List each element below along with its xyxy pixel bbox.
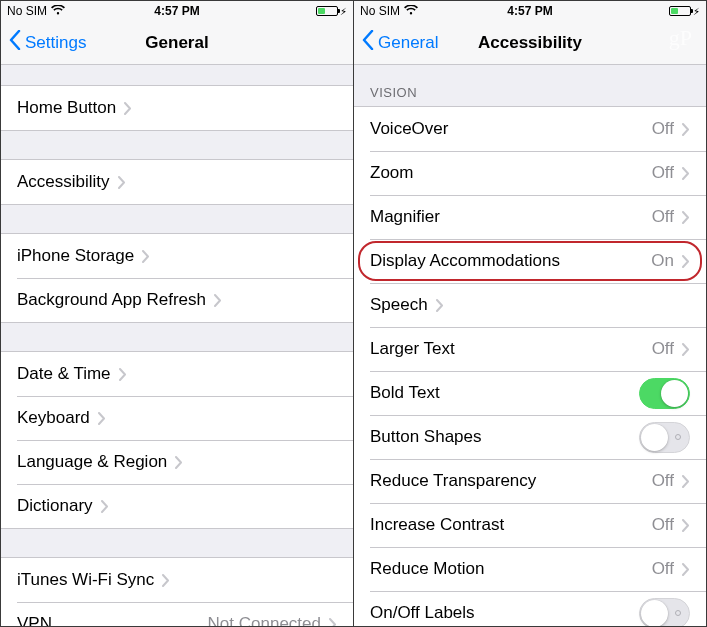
row-value: Off [652, 163, 674, 183]
section-gap [1, 205, 353, 233]
status-bar: No SIM 4:57 PM ⚡︎ [1, 1, 353, 21]
row-background-app-refresh[interactable]: Background App Refresh [1, 278, 353, 322]
chevron-right-icon [98, 412, 106, 425]
chevron-left-icon [362, 30, 378, 55]
chevron-right-icon [682, 343, 690, 356]
row-label: Language & Region [17, 452, 167, 472]
left-content: Home ButtonAccessibilityiPhone StorageBa… [1, 65, 353, 626]
row-itunes-wi-fi-sync[interactable]: iTunes Wi-Fi Sync [1, 558, 353, 602]
section-gap [1, 323, 353, 351]
toggle-off-indicator [675, 434, 681, 440]
row-value: Off [652, 119, 674, 139]
row-dictionary[interactable]: Dictionary [1, 484, 353, 528]
row-label: On/Off Labels [370, 603, 475, 623]
row-label: Background App Refresh [17, 290, 206, 310]
row-label: Magnifier [370, 207, 440, 227]
toggle-knob [641, 600, 668, 627]
chevron-right-icon [124, 102, 132, 115]
chevron-right-icon [142, 250, 150, 263]
section-header-vision: VISION [354, 65, 706, 106]
toggle-off-indicator [675, 610, 681, 616]
wifi-icon [404, 4, 418, 18]
row-value: On [651, 251, 674, 271]
row-language-region[interactable]: Language & Region [1, 440, 353, 484]
chevron-right-icon [329, 618, 337, 627]
toggle-bold-text[interactable] [639, 378, 690, 409]
row-value: Off [652, 559, 674, 579]
chevron-right-icon [682, 519, 690, 532]
settings-group: iTunes Wi-Fi SyncVPNNot Connected [1, 557, 353, 626]
row-accessibility[interactable]: Accessibility [1, 160, 353, 204]
row-voiceover[interactable]: VoiceOverOff [354, 107, 706, 151]
row-display-accommodations[interactable]: Display AccommodationsOn [354, 239, 706, 283]
chevron-right-icon [175, 456, 183, 469]
row-label: VoiceOver [370, 119, 448, 139]
toggle-button-shapes[interactable] [639, 422, 690, 453]
row-vpn[interactable]: VPNNot Connected [1, 602, 353, 626]
settings-group: iPhone StorageBackground App Refresh [1, 233, 353, 323]
row-label: Reduce Motion [370, 559, 484, 579]
row-bold-text[interactable]: Bold Text [354, 371, 706, 415]
settings-group: Accessibility [1, 159, 353, 205]
row-magnifier[interactable]: MagnifierOff [354, 195, 706, 239]
row-label: Keyboard [17, 408, 90, 428]
left-screenshot: No SIM 4:57 PM ⚡︎ Settings General Home … [1, 1, 354, 626]
chevron-right-icon [119, 368, 127, 381]
settings-group: Date & TimeKeyboardLanguage & RegionDict… [1, 351, 353, 529]
row-reduce-transparency[interactable]: Reduce TransparencyOff [354, 459, 706, 503]
row-on-off-labels[interactable]: On/Off Labels [354, 591, 706, 626]
status-bar: No SIM 4:57 PM ⚡︎ [354, 1, 706, 21]
wifi-icon [51, 4, 65, 18]
chevron-right-icon [682, 475, 690, 488]
row-label: Larger Text [370, 339, 455, 359]
battery-icon [669, 6, 691, 16]
row-label: Increase Contrast [370, 515, 504, 535]
row-label: Reduce Transparency [370, 471, 536, 491]
back-label: Settings [25, 33, 86, 53]
row-increase-contrast[interactable]: Increase ContrastOff [354, 503, 706, 547]
row-iphone-storage[interactable]: iPhone Storage [1, 234, 353, 278]
row-label: Date & Time [17, 364, 111, 384]
chevron-right-icon [436, 299, 444, 312]
toggle-knob [641, 424, 668, 451]
row-reduce-motion[interactable]: Reduce MotionOff [354, 547, 706, 591]
row-button-shapes[interactable]: Button Shapes [354, 415, 706, 459]
section-gap [1, 131, 353, 159]
chevron-right-icon [162, 574, 170, 587]
row-speech[interactable]: Speech [354, 283, 706, 327]
row-value: Not Connected [208, 614, 321, 626]
chevron-right-icon [682, 167, 690, 180]
back-button[interactable]: Settings [9, 30, 86, 55]
carrier-text: No SIM [360, 4, 400, 18]
toggle-knob [661, 380, 688, 407]
row-label: VPN [17, 614, 52, 626]
row-keyboard[interactable]: Keyboard [1, 396, 353, 440]
row-label: Button Shapes [370, 427, 482, 447]
right-screenshot: No SIM 4:57 PM ⚡︎ General Accessibility … [354, 1, 706, 626]
toggle-on-off-labels[interactable] [639, 598, 690, 627]
chevron-right-icon [682, 255, 690, 268]
chevron-left-icon [9, 30, 25, 55]
right-content: VISIONVoiceOverOffZoomOffMagnifierOffDis… [354, 65, 706, 626]
row-date-time[interactable]: Date & Time [1, 352, 353, 396]
row-larger-text[interactable]: Larger TextOff [354, 327, 706, 371]
row-label: Dictionary [17, 496, 93, 516]
carrier-text: No SIM [7, 4, 47, 18]
vision-group: VoiceOverOffZoomOffMagnifierOffDisplay A… [354, 106, 706, 626]
chevron-right-icon [118, 176, 126, 189]
row-value: Off [652, 515, 674, 535]
charging-icon: ⚡︎ [693, 6, 700, 17]
nav-bar: General Accessibility [354, 21, 706, 65]
section-gap [1, 529, 353, 557]
row-label: Home Button [17, 98, 116, 118]
row-label: iPhone Storage [17, 246, 134, 266]
row-value: Off [652, 207, 674, 227]
row-home-button[interactable]: Home Button [1, 86, 353, 130]
row-label: iTunes Wi-Fi Sync [17, 570, 154, 590]
chevron-right-icon [682, 563, 690, 576]
row-value: Off [652, 471, 674, 491]
chevron-right-icon [682, 211, 690, 224]
back-button[interactable]: General [362, 30, 438, 55]
row-zoom[interactable]: ZoomOff [354, 151, 706, 195]
nav-bar: Settings General [1, 21, 353, 65]
